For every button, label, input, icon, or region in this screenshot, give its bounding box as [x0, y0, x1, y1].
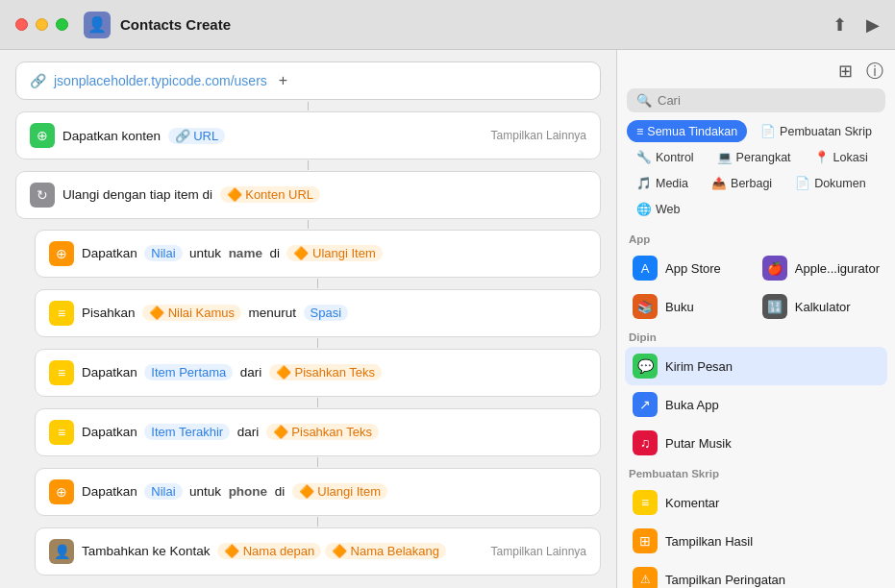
action-kirim-pesan[interactable]: 💬 Kirim Pesan	[625, 347, 887, 385]
putar-musik-icon: ♫	[633, 430, 658, 455]
perangkat-icon: 💻	[717, 150, 733, 164]
tab-semua-tindakan[interactable]: ≡ Semua Tindakan	[627, 120, 747, 142]
action-putar-musik[interactable]: ♫ Putar Musik	[625, 424, 887, 462]
pisahkan-teks-pill-1: 🔶 Pisahkan Teks	[269, 364, 382, 380]
connector-7	[317, 517, 318, 527]
actions-list: App A App Store 🍎 Apple...igurator 📚 Buk…	[617, 228, 895, 588]
split-label: Pisahkan 🔶 Nilai Kamus menurut Spasi	[82, 305, 348, 321]
connector-4	[317, 338, 318, 348]
action-kalkulator[interactable]: 🔢 Kalkulator	[755, 287, 887, 326]
nilai-pill-2: Nilai	[144, 483, 182, 500]
buku-icon: 📚	[633, 294, 658, 319]
category-tabs: ≡ Semua Tindakan 📄 Pembuatan Skrip 🔧 Kon…	[617, 120, 895, 228]
close-button[interactable]	[15, 18, 28, 31]
action-buku[interactable]: 📚 Buku	[625, 287, 755, 326]
connector-2	[308, 220, 309, 229]
tab-kontrol[interactable]: 🔧 Kontrol	[627, 146, 704, 168]
play-button[interactable]: ▶	[866, 14, 880, 36]
media-icon: 🎵	[636, 176, 652, 190]
web-icon: 🌐	[636, 202, 652, 216]
get-last-icon: ≡	[49, 420, 74, 445]
apple-igurator-label: Apple...igurator	[795, 261, 880, 276]
kirim-pesan-icon: 💬	[633, 354, 658, 379]
get-value-phone-label: Dapatkan Nilai untuk phone di 🔶 Ulangi I…	[82, 483, 387, 500]
action-buka-app[interactable]: ↗ Buka App	[625, 385, 887, 424]
tab-perangkat[interactable]: 💻 Perangkat	[708, 146, 801, 168]
main-content: 🔗 jsonplaceholder.typicode.com/users + ⊕…	[0, 50, 895, 588]
info-button[interactable]: ⓘ	[866, 60, 883, 83]
dokumen-icon: 📄	[795, 176, 810, 190]
repeat-block[interactable]: ↻ Ulangi dengan tiap item di 🔶 Konten UR…	[15, 171, 601, 219]
semua-icon: ≡	[636, 125, 643, 138]
action-app-store[interactable]: A App Store	[625, 249, 755, 287]
kalkulator-label: Kalkulator	[795, 300, 851, 314]
repeat-icon: ↻	[30, 183, 55, 208]
search-bar[interactable]: 🔍	[627, 88, 885, 112]
show-more-get-content[interactable]: Tampilkan Lainnya	[491, 129, 586, 142]
app-section-grid: A App Store 🍎 Apple...igurator 📚 Buku 🔢 …	[625, 249, 887, 326]
nama-belakang-pill: 🔶 Nama Belakang	[325, 543, 446, 559]
section-dipin-label: Dipin	[625, 326, 887, 347]
tab-berbagi[interactable]: 📤 Berbagi	[702, 172, 782, 194]
skrip-icon: 📄	[760, 124, 776, 138]
tab-media[interactable]: 🎵 Media	[627, 172, 698, 194]
connector-0	[308, 102, 309, 110]
split-block[interactable]: ≡ Pisahkan 🔶 Nilai Kamus menurut Spasi	[35, 289, 601, 337]
indent-group: ⊕ Dapatkan Nilai untuk name di 🔶 Ulangi …	[35, 229, 601, 576]
link-icon: 🔗	[30, 73, 46, 88]
search-input[interactable]	[658, 93, 876, 108]
share-button[interactable]: ⬆	[833, 14, 847, 36]
komentar-icon: ≡	[633, 490, 658, 515]
buka-app-icon: ↗	[633, 392, 658, 417]
get-last-block[interactable]: ≡ Dapatkan Item Terakhir dari 🔶 Pisahkan…	[35, 408, 601, 456]
action-tampilkan-hasil[interactable]: ⊞ Tampilkan Hasil	[625, 522, 887, 560]
get-value-phone-block[interactable]: ⊕ Dapatkan Nilai untuk phone di 🔶 Ulangi…	[35, 468, 601, 516]
tab-lokasi[interactable]: 📍 Lokasi	[805, 146, 878, 168]
get-value-name-label: Dapatkan Nilai untuk name di 🔶 Ulangi It…	[82, 245, 383, 261]
tampilkan-hasil-icon: ⊞	[633, 528, 658, 553]
get-value-icon: ⊕	[49, 241, 74, 266]
url-bar[interactable]: 🔗 jsonplaceholder.typicode.com/users +	[15, 61, 601, 100]
show-more-add-contact[interactable]: Tampilkan Lainnya	[491, 545, 586, 558]
buku-label: Buku	[665, 300, 694, 314]
window-title: Contacts Create	[120, 16, 231, 33]
tab-web[interactable]: 🌐 Web	[627, 198, 689, 220]
kirim-pesan-label: Kirim Pesan	[665, 359, 733, 374]
konten-url-pill: 🔶 Konten URL	[220, 186, 320, 203]
workflow-panel: 🔗 jsonplaceholder.typicode.com/users + ⊕…	[0, 50, 616, 588]
pisahkan-teks-pill-2: 🔶 Pisahkan Teks	[266, 424, 379, 440]
ulangi-item-pill-2: 🔶 Ulangi Item	[292, 483, 387, 500]
action-tampilkan-peringatan[interactable]: ⚠ Tampilkan Peringatan	[625, 560, 887, 588]
search-icon: 🔍	[636, 93, 652, 108]
action-komentar[interactable]: ≡ Komentar	[625, 483, 887, 522]
item-pertama-pill: Item Pertama	[144, 364, 233, 380]
kalkulator-icon: 🔢	[762, 294, 787, 319]
url-pill: 🔗 URL	[168, 128, 226, 144]
nama-depan-pill: 🔶 Nama depan	[217, 543, 321, 559]
ulangi-item-pill-1: 🔶 Ulangi Item	[286, 245, 382, 261]
app-icon: 👤	[84, 12, 111, 38]
get-value-name-block[interactable]: ⊕ Dapatkan Nilai untuk name di 🔶 Ulangi …	[35, 230, 601, 278]
url-value: jsonplaceholder.typicode.com/users	[54, 73, 267, 88]
titlebar-actions: ⬆ ▶	[833, 14, 880, 36]
putar-musik-label: Putar Musik	[665, 436, 732, 451]
get-phone-icon: ⊕	[49, 479, 74, 504]
add-url-button[interactable]: +	[279, 72, 287, 89]
app-store-icon: A	[633, 256, 658, 281]
get-first-block[interactable]: ≡ Dapatkan Item Pertama dari 🔶 Pisahkan …	[35, 349, 601, 397]
tab-pembuatan-skrip[interactable]: 📄 Pembuatan Skrip	[751, 120, 882, 142]
fullscreen-button[interactable]	[56, 18, 68, 31]
add-contact-block[interactable]: 👤 Tambahkan ke Kontak 🔶 Nama depan 🔶 Nam…	[35, 527, 601, 576]
get-content-block[interactable]: ⊕ Dapatkan konten 🔗 URL Tampilkan Lainny…	[15, 111, 601, 159]
get-content-icon: ⊕	[30, 123, 55, 148]
actions-panel: ⊞ ⓘ 🔍 ≡ Semua Tindakan 📄 Pembuatan Skrip…	[616, 50, 895, 588]
tab-dokumen[interactable]: 📄 Dokumen	[785, 172, 876, 194]
tampilkan-peringatan-icon: ⚠	[633, 567, 658, 588]
minimize-button[interactable]	[36, 18, 48, 31]
nilai-pill: Nilai	[144, 245, 182, 261]
nilai-kamus-pill: 🔶 Nilai Kamus	[142, 305, 241, 321]
action-apple-igurator[interactable]: 🍎 Apple...igurator	[755, 249, 887, 287]
connector-1	[308, 160, 309, 169]
add-action-button[interactable]: ⊞	[838, 61, 853, 82]
connector-5	[317, 398, 318, 407]
